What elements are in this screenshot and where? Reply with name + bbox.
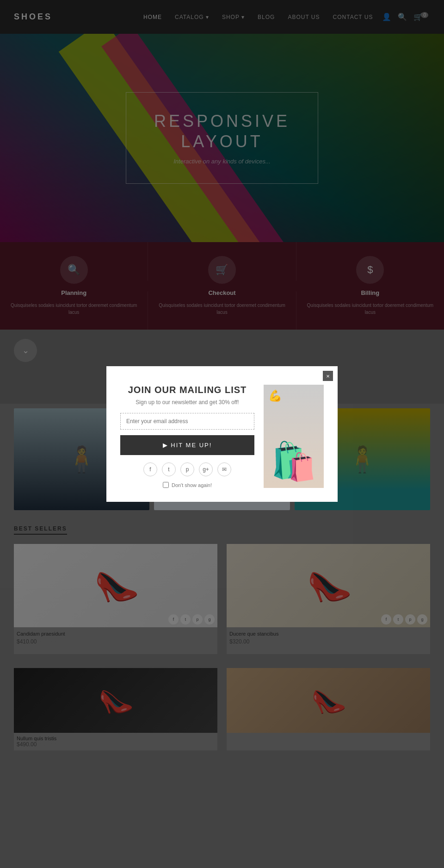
dont-show-checkbox[interactable]: [163, 482, 169, 488]
person-arm-icon: 💪: [268, 389, 282, 402]
modal-submit-button[interactable]: ▶ HIT ME UP!: [120, 435, 254, 455]
modal-overlay: × JOIN OUR MAILING LIST Sign up to our n…: [0, 0, 444, 760]
modal-title: JOIN OUR MAILING LIST: [120, 385, 254, 395]
modal-email-input[interactable]: [120, 413, 254, 430]
shopping-bags-icon: 🛍️: [271, 440, 317, 488]
modal-social-icon-0[interactable]: f: [143, 462, 157, 476]
modal-close-button[interactable]: ×: [323, 371, 333, 381]
modal-left: JOIN OUR MAILING LIST Sign up to our new…: [120, 385, 254, 488]
modal-social-icon-2[interactable]: p: [180, 462, 194, 476]
modal-subtitle: Sign up to our newsletter and get 30% of…: [120, 399, 254, 406]
modal-social-icon-4[interactable]: ✉: [217, 462, 231, 476]
modal-social-icons: ftpg+✉: [120, 462, 254, 476]
dont-show-label[interactable]: Don't show again!: [172, 482, 212, 488]
modal-right-image: 💪 🛍️: [264, 385, 324, 488]
modal-social-icon-3[interactable]: g+: [199, 462, 213, 476]
modal-box: × JOIN OUR MAILING LIST Sign up to our n…: [106, 366, 338, 502]
modal-dont-show: Don't show again!: [120, 482, 254, 488]
modal-social-icon-1[interactable]: t: [162, 462, 176, 476]
